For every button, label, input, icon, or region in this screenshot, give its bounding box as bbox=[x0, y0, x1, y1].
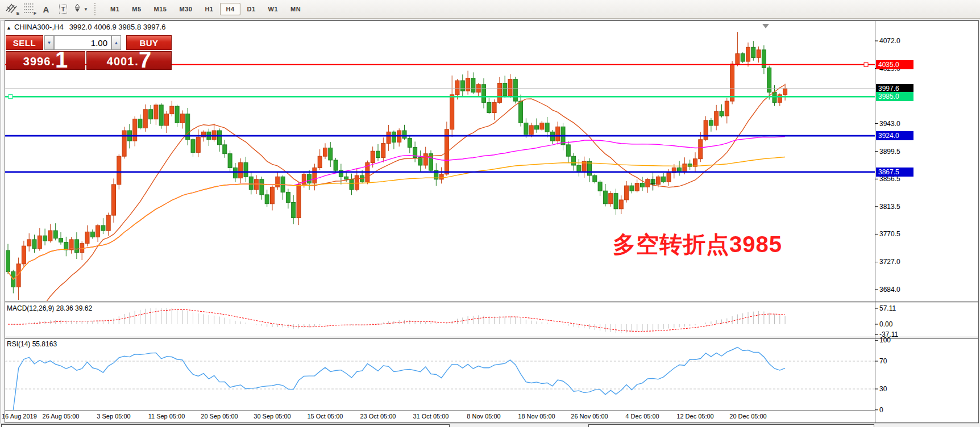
volume-increment-button[interactable]: ▲ bbox=[111, 35, 121, 50]
ohlc-readout: 3992.0 4006.9 3985.8 3997.6 bbox=[69, 23, 166, 31]
hline-handle[interactable] bbox=[9, 95, 13, 99]
timeframe-button-mn[interactable]: MN bbox=[285, 3, 306, 15]
symbol-header: ▲CHINA300-,H43992.0 4006.9 3985.8 3997.6 bbox=[6, 23, 166, 31]
timeframe-button-m5[interactable]: M5 bbox=[126, 3, 147, 15]
sell-price-main: 3996 bbox=[23, 55, 51, 68]
toolbar-grip[interactable] bbox=[94, 3, 99, 15]
mt4-application: EFAT▼M1M5M15M30H1H4D1W1MN 4072.04029.039… bbox=[0, 0, 980, 427]
dropdown-caret-icon: ▼ bbox=[84, 7, 88, 12]
chart-workspace[interactable]: 4072.04029.03943.03899.53856.53813.53770… bbox=[0, 19, 980, 427]
fibonacci-tool[interactable]: F bbox=[20, 2, 38, 16]
buy-price-main: 4001 bbox=[107, 55, 135, 68]
buy-price-big-digit: 7 bbox=[139, 51, 151, 68]
chart-window-frame bbox=[5, 21, 979, 423]
sell-price-big-digit: 1 bbox=[55, 51, 68, 68]
rsi-indicator-label: RSI(14) 55.8163 bbox=[7, 340, 57, 348]
buy-price-panel[interactable]: 4001.7 bbox=[86, 51, 172, 70]
arrows-tool[interactable]: ▼ bbox=[72, 2, 89, 16]
sell-price-panel[interactable]: 3996.1 bbox=[6, 51, 85, 70]
chart-text-annotation: 多空转折点3985 bbox=[613, 229, 782, 260]
volume-decrement-button[interactable]: ▼ bbox=[44, 35, 54, 50]
docked-window-edge-right bbox=[589, 425, 874, 427]
macd-indicator-label: MACD(12,26,9) 28.36 39.62 bbox=[7, 304, 92, 312]
timeframe-button-m1[interactable]: M1 bbox=[105, 3, 125, 15]
text-icon: T bbox=[59, 5, 68, 14]
hline-handle[interactable] bbox=[864, 62, 868, 66]
equidistant-channel-tool[interactable]: E bbox=[3, 2, 20, 16]
text-label-tool[interactable]: A bbox=[38, 2, 55, 16]
text-tool[interactable]: T bbox=[55, 2, 72, 16]
top-toolbar: EFAT▼M1M5M15M30H1H4D1W1MN bbox=[0, 0, 980, 19]
collapse-arrow-icon[interactable]: ▲ bbox=[6, 25, 11, 31]
timeframe-button-h4[interactable]: H4 bbox=[220, 3, 240, 15]
timeframe-button-m15[interactable]: M15 bbox=[148, 3, 173, 15]
timeframe-button-d1[interactable]: D1 bbox=[242, 3, 261, 15]
timeframe-button-m30[interactable]: M30 bbox=[173, 3, 198, 15]
docked-window-edge-left bbox=[2, 425, 450, 427]
arrows-icon bbox=[72, 3, 82, 15]
timeframe-button-w1[interactable]: W1 bbox=[263, 3, 284, 15]
text-label-icon: A bbox=[43, 5, 49, 14]
symbol-name: CHINA300-,H4 bbox=[14, 23, 64, 31]
timeframe-button-h1[interactable]: H1 bbox=[199, 3, 219, 15]
chart-canvas[interactable] bbox=[0, 19, 980, 427]
sell-button[interactable]: SELL bbox=[6, 35, 43, 50]
